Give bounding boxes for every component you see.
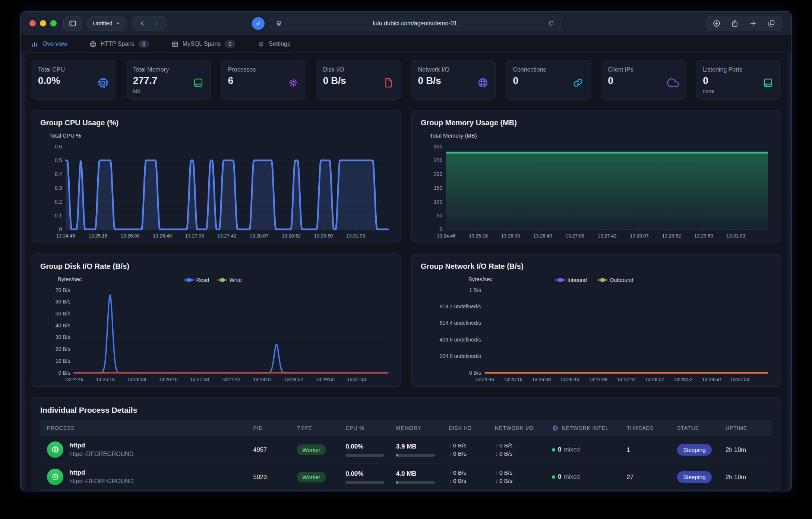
intel-count: 0 bbox=[558, 446, 561, 453]
column-header-disk-i-o[interactable]: DISK I/O bbox=[449, 425, 490, 431]
group-disk-chart[interactable]: 70 B/s60 B/s50 B/s40 B/s30 B/s20 B/s10 B… bbox=[40, 274, 392, 384]
close-window-button[interactable] bbox=[29, 20, 36, 26]
process-threads: 1 bbox=[627, 446, 673, 453]
svg-text:13:29:50: 13:29:50 bbox=[702, 377, 721, 382]
process-icon bbox=[47, 469, 63, 485]
group-network-title: Group Network I/O Rate (B/s) bbox=[421, 262, 772, 271]
globe-icon bbox=[477, 77, 489, 89]
cloud-icon bbox=[667, 77, 679, 89]
svg-text:13:25:16: 13:25:16 bbox=[88, 233, 107, 239]
svg-text:20 B/s: 20 B/s bbox=[56, 346, 70, 352]
card-subtext: MB bbox=[133, 88, 204, 94]
svg-text:13:27:42: 13:27:42 bbox=[617, 377, 636, 382]
group-memory-chart[interactable]: 30025020015010050013:24:4613:25:1613:26:… bbox=[421, 130, 772, 240]
network-up-rate: 0 B/s bbox=[499, 469, 512, 476]
tab-overview-button[interactable] bbox=[767, 19, 775, 28]
share-button[interactable] bbox=[731, 19, 739, 28]
group-network-chart[interactable]: 1 B/s819.2 undefined/s614.4 undefined/s4… bbox=[421, 274, 772, 384]
dashboard-tabbar: OverviewHTTP Spans0MySQL Spans0Settings bbox=[20, 35, 792, 53]
process-pid: 4957 bbox=[253, 446, 293, 453]
tab-label: Overview bbox=[42, 41, 67, 47]
card-label: Connections bbox=[513, 66, 584, 73]
file-icon bbox=[382, 77, 394, 89]
svg-text:13:26:40: 13:26:40 bbox=[153, 233, 172, 239]
column-header-type[interactable]: TYPE bbox=[297, 425, 341, 431]
cpu-progress-bar bbox=[345, 481, 384, 484]
intel-status-dot bbox=[552, 475, 555, 479]
svg-text:13:24:46: 13:24:46 bbox=[475, 377, 494, 382]
column-label: PID bbox=[253, 425, 263, 431]
svg-text:50: 50 bbox=[437, 213, 443, 218]
table-icon bbox=[171, 40, 179, 48]
column-header-process[interactable]: PROCESS bbox=[47, 425, 249, 431]
column-header-network-i-o[interactable]: NETWORK I/O bbox=[495, 425, 547, 431]
table-header: PROCESSPIDTYPECPU %MEMORYDISK I/ONETWORK… bbox=[40, 420, 772, 436]
svg-text:Total Memory (MB): Total Memory (MB) bbox=[430, 132, 477, 139]
svg-text:13:31:03: 13:31:03 bbox=[730, 377, 749, 382]
svg-text:13:26:08: 13:26:08 bbox=[121, 233, 140, 239]
tab-settings[interactable]: Settings bbox=[257, 35, 290, 53]
svg-text:13:28:52: 13:28:52 bbox=[282, 233, 301, 239]
column-header-memory[interactable]: MEMORY bbox=[396, 425, 444, 431]
svg-text:60 B/s: 60 B/s bbox=[56, 299, 70, 305]
back-button[interactable] bbox=[139, 20, 146, 27]
svg-text:13:25:16: 13:25:16 bbox=[96, 377, 115, 382]
reload-icon[interactable] bbox=[548, 20, 555, 27]
zoom-window-button[interactable] bbox=[50, 20, 57, 26]
extension-check-badge[interactable] bbox=[252, 17, 265, 30]
process-uptime: 2h 10m bbox=[726, 474, 765, 481]
svg-text:Read: Read bbox=[196, 277, 209, 283]
group-network-panel: Group Network I/O Rate (B/s) 1 B/s819.2 … bbox=[411, 254, 781, 387]
arrow-down-icon: ↓ bbox=[449, 478, 452, 484]
svg-text:13:27:08: 13:27:08 bbox=[589, 377, 608, 382]
table-row[interactable]: httpdhttpd -DFOREGROUND4957Worker0.00%3.… bbox=[40, 436, 772, 463]
svg-text:204.8 undefined/s: 204.8 undefined/s bbox=[439, 353, 481, 359]
sidebar-toggle-button[interactable] bbox=[63, 16, 82, 31]
column-header-network-intel[interactable]: NETWORK INTEL bbox=[552, 425, 622, 431]
svg-text:819.2 undefined/s: 819.2 undefined/s bbox=[439, 303, 481, 309]
card-label: Client IPs bbox=[608, 66, 679, 73]
window-title-label: Untitled bbox=[93, 20, 113, 27]
svg-text:13:27:42: 13:27:42 bbox=[221, 377, 240, 382]
tab-count-badge: 0 bbox=[138, 40, 149, 48]
arrow-up-icon: ↑ bbox=[449, 442, 452, 449]
column-header-pid[interactable]: PID bbox=[253, 425, 293, 431]
group-cpu-chart[interactable]: 0.60.50.40.30.20.1013:24:4613:25:1613:26… bbox=[40, 130, 392, 240]
nav-divider bbox=[149, 20, 149, 27]
column-header-status[interactable]: STATUS bbox=[677, 425, 721, 431]
svg-text:0.2: 0.2 bbox=[55, 199, 62, 205]
svg-text:40 B/s: 40 B/s bbox=[56, 323, 70, 328]
column-label: MEMORY bbox=[396, 425, 421, 431]
network-io-cell: ↑ 0 B/s↓ 0 B/s bbox=[495, 469, 547, 484]
svg-text:10 B/s: 10 B/s bbox=[56, 358, 70, 364]
process-name: httpd bbox=[69, 442, 133, 449]
card-label: Disk I/O bbox=[323, 66, 394, 73]
svg-text:13:25:16: 13:25:16 bbox=[469, 233, 488, 239]
tab-http-spans[interactable]: HTTP Spans0 bbox=[89, 35, 149, 53]
tab-mysql-spans[interactable]: MySQL Spans0 bbox=[171, 35, 236, 53]
window-title-dropdown[interactable]: Untitled bbox=[86, 16, 127, 31]
intel-status-dot bbox=[552, 448, 555, 452]
network-down-rate: 0 B/s bbox=[499, 450, 512, 457]
svg-text:13:24:46: 13:24:46 bbox=[64, 377, 83, 382]
minimize-window-button[interactable] bbox=[40, 20, 46, 26]
group-disk-title: Group Disk I/O Rate (B/s) bbox=[40, 262, 392, 271]
arrow-up-icon: ↑ bbox=[495, 469, 498, 476]
disk-io-cell: ↑ 0 B/s↓ 0 B/s bbox=[449, 442, 490, 457]
tab-overview[interactable]: Overview bbox=[31, 35, 67, 53]
arrow-down-icon: ↓ bbox=[495, 478, 498, 484]
column-header-threads[interactable]: THREADS bbox=[627, 425, 673, 431]
table-row[interactable]: httpdhttpd -DFOREGROUND5023Worker0.00%4.… bbox=[40, 463, 772, 491]
stat-card-client-ips: Client IPs0 bbox=[601, 60, 686, 100]
new-tab-button[interactable] bbox=[749, 19, 757, 28]
column-header-uptime[interactable]: UPTIME bbox=[726, 425, 765, 431]
downloads-button[interactable] bbox=[713, 19, 721, 28]
svg-text:1 B/s: 1 B/s bbox=[469, 287, 481, 293]
table-row[interactable]: httpd↑ 0 B/s↑ 0 B/s bbox=[40, 491, 772, 491]
column-header-cpu-[interactable]: CPU % bbox=[345, 425, 392, 431]
svg-text:13:31:03: 13:31:03 bbox=[726, 233, 745, 239]
svg-text:0: 0 bbox=[439, 226, 442, 232]
address-bar[interactable]: lulu.dubici.com/agents/demo-01 bbox=[270, 16, 560, 31]
forward-button[interactable] bbox=[152, 20, 160, 27]
svg-text:409.6 undefined/s: 409.6 undefined/s bbox=[439, 337, 481, 343]
